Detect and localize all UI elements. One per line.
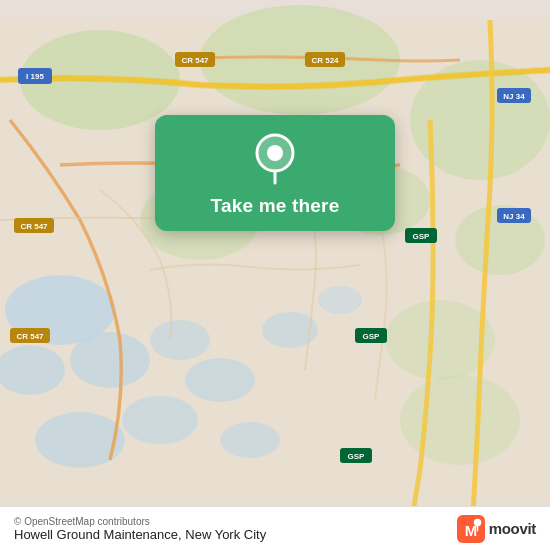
svg-text:NJ 34: NJ 34	[503, 92, 525, 101]
svg-point-9	[220, 422, 280, 458]
moovit-icon: M	[457, 515, 485, 543]
svg-text:GSP: GSP	[413, 232, 431, 241]
svg-text:GSP: GSP	[348, 452, 366, 461]
take-me-there-button-label: Take me there	[211, 195, 340, 217]
svg-point-3	[70, 332, 150, 388]
bottom-left-info: © OpenStreetMap contributors Howell Grou…	[14, 516, 266, 542]
svg-point-8	[122, 396, 198, 444]
svg-point-5	[185, 358, 255, 402]
svg-text:CR 547: CR 547	[20, 222, 48, 231]
moovit-brand-text: moovit	[489, 520, 536, 537]
moovit-logo: M moovit	[457, 515, 536, 543]
svg-text:CR 524: CR 524	[311, 56, 339, 65]
svg-text:GSP: GSP	[363, 332, 381, 341]
svg-point-44	[473, 518, 480, 525]
map-background: I 195 CR 547 CR 524 NJ 34 NJ 34 CR 547 C…	[0, 0, 550, 550]
pin-icon-wrap	[249, 133, 301, 185]
map-container: I 195 CR 547 CR 524 NJ 34 NJ 34 CR 547 C…	[0, 0, 550, 550]
location-name: Howell Ground Maintenance	[14, 527, 178, 542]
svg-point-4	[150, 320, 210, 360]
osm-credit: © OpenStreetMap contributors	[14, 516, 266, 527]
svg-point-41	[267, 145, 283, 161]
location-card[interactable]: Take me there	[155, 115, 395, 231]
svg-point-18	[400, 375, 520, 465]
location-city: New York City	[185, 527, 266, 542]
svg-text:CR 547: CR 547	[181, 56, 209, 65]
location-title: Howell Ground Maintenance, New York City	[14, 527, 266, 542]
svg-text:CR 547: CR 547	[16, 332, 44, 341]
svg-text:I 195: I 195	[26, 72, 44, 81]
bottom-bar: © OpenStreetMap contributors Howell Grou…	[0, 506, 550, 550]
map-pin-icon	[253, 133, 297, 185]
svg-text:NJ 34: NJ 34	[503, 212, 525, 221]
svg-point-10	[318, 286, 362, 314]
